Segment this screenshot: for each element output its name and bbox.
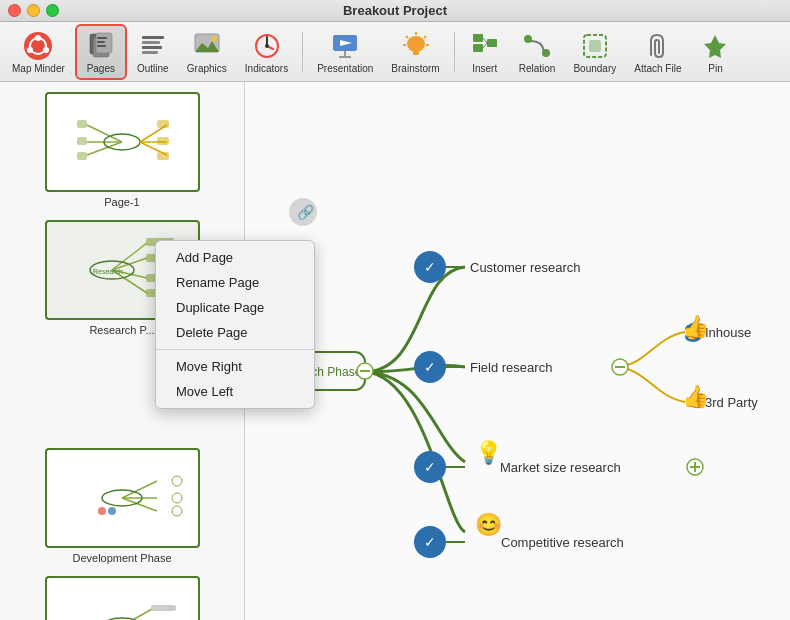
svg-rect-33 bbox=[473, 34, 483, 42]
sidebar-item-development[interactable]: Development Phase bbox=[10, 448, 234, 564]
svg-text:Inhouse: Inhouse bbox=[705, 325, 751, 340]
svg-rect-12 bbox=[142, 41, 160, 44]
svg-line-37 bbox=[483, 43, 487, 48]
svg-point-4 bbox=[27, 47, 33, 53]
outline-label: Outline bbox=[137, 63, 169, 74]
toolbar-item-outline[interactable]: Outline bbox=[129, 26, 177, 78]
svg-line-58 bbox=[112, 243, 147, 270]
canvas-area[interactable]: 🔗 Research Phase ✓ Customer res bbox=[245, 82, 790, 620]
toolbar: Map Minder Pages Outline bbox=[0, 22, 790, 82]
relation-icon: ▼ bbox=[521, 30, 553, 62]
boundary-label: Boundary bbox=[573, 63, 616, 74]
svg-text:▼: ▼ bbox=[551, 33, 552, 42]
toolbar-item-presentation[interactable]: Presentation bbox=[309, 26, 381, 78]
toolbar-item-relation[interactable]: ▼ Relation bbox=[511, 26, 564, 78]
context-menu-delete-page[interactable]: Delete Page bbox=[156, 320, 245, 345]
toolbar-item-boundary[interactable]: ▼ Boundary bbox=[565, 26, 624, 78]
svg-line-36 bbox=[483, 38, 487, 43]
svg-point-21 bbox=[265, 44, 269, 48]
svg-text:Competitive research: Competitive research bbox=[501, 535, 624, 550]
context-menu-add-page[interactable]: Add Page bbox=[156, 245, 245, 270]
toolbar-item-graphics[interactable]: Graphics bbox=[179, 26, 235, 78]
presentation-icon bbox=[329, 30, 361, 62]
insert-label: Insert bbox=[472, 63, 497, 74]
svg-text:Research: Research bbox=[93, 268, 123, 275]
svg-rect-52 bbox=[77, 120, 87, 128]
minimize-button[interactable] bbox=[27, 4, 40, 17]
title-bar: Breakout Project bbox=[0, 0, 790, 22]
toolbar-item-brainstorm[interactable]: Brainstorm bbox=[383, 26, 447, 78]
brainstorm-icon bbox=[400, 30, 432, 62]
svg-rect-14 bbox=[142, 51, 158, 54]
svg-text:Market size research: Market size research bbox=[500, 460, 621, 475]
graphics-icon bbox=[191, 30, 223, 62]
context-menu-duplicate-page[interactable]: Duplicate Page bbox=[156, 295, 245, 320]
svg-point-74 bbox=[172, 506, 182, 516]
toolbar-item-indicators[interactable]: Indicators bbox=[237, 26, 296, 78]
svg-point-72 bbox=[172, 476, 182, 486]
context-menu-rename-page[interactable]: Rename Page bbox=[156, 270, 245, 295]
map-minder-icon bbox=[22, 30, 54, 62]
svg-rect-43 bbox=[589, 40, 601, 52]
sidebar: Page-1 Research Research P... bbox=[0, 82, 245, 620]
svg-rect-10 bbox=[97, 45, 106, 47]
indicators-icon bbox=[251, 30, 283, 62]
maximize-button[interactable] bbox=[46, 4, 59, 17]
svg-point-2 bbox=[35, 35, 41, 41]
brainstorm-label: Brainstorm bbox=[391, 63, 439, 74]
traffic-lights bbox=[8, 4, 59, 17]
svg-point-76 bbox=[108, 507, 116, 515]
presentation-label: Presentation bbox=[317, 63, 373, 74]
page1-label: Page-1 bbox=[104, 196, 139, 208]
toolbar-item-pin[interactable]: Pin bbox=[691, 26, 739, 78]
svg-text:▼: ▼ bbox=[499, 31, 500, 40]
svg-point-73 bbox=[172, 493, 182, 503]
toolbar-item-pages[interactable]: Pages bbox=[75, 24, 127, 80]
svg-rect-27 bbox=[413, 51, 419, 55]
svg-point-75 bbox=[98, 507, 106, 515]
svg-line-70 bbox=[122, 498, 157, 511]
svg-text:💡: 💡 bbox=[475, 439, 503, 466]
pages-icon bbox=[85, 30, 117, 62]
attach-file-label: Attach File bbox=[634, 63, 681, 74]
page1-thumbnail bbox=[45, 92, 200, 192]
mindmap-svg: 🔗 Research Phase ✓ Customer res bbox=[245, 82, 790, 620]
svg-text:✓: ✓ bbox=[424, 359, 436, 375]
attach-file-icon bbox=[642, 30, 674, 62]
window-title: Breakout Project bbox=[343, 3, 447, 18]
svg-text:😊: 😊 bbox=[475, 511, 503, 538]
relation-label: Relation bbox=[519, 63, 556, 74]
context-menu-separator bbox=[156, 349, 245, 350]
pin-label: Pin bbox=[708, 63, 722, 74]
svg-rect-8 bbox=[97, 37, 107, 39]
pages-label: Pages bbox=[87, 63, 115, 74]
svg-rect-56 bbox=[157, 137, 169, 145]
development-thumbnail bbox=[45, 448, 200, 548]
main-area: Page-1 Research Research P... bbox=[0, 82, 790, 620]
svg-rect-55 bbox=[157, 120, 169, 128]
graphics-label: Graphics bbox=[187, 63, 227, 74]
svg-text:✓: ✓ bbox=[424, 459, 436, 475]
sidebar-item-reporting[interactable]: Reporting Status bbox=[10, 576, 234, 620]
indicators-label: Indicators bbox=[245, 63, 288, 74]
map-minder-label: Map Minder bbox=[12, 63, 65, 74]
development-label: Development Phase bbox=[72, 552, 171, 564]
pin-icon bbox=[699, 30, 731, 62]
boundary-icon: ▼ bbox=[579, 30, 611, 62]
svg-rect-13 bbox=[142, 46, 162, 49]
toolbar-item-map-minder[interactable]: Map Minder bbox=[4, 26, 73, 78]
sidebar-item-page1[interactable]: Page-1 bbox=[10, 92, 234, 208]
svg-rect-54 bbox=[77, 152, 87, 160]
svg-line-68 bbox=[122, 481, 157, 498]
svg-rect-34 bbox=[473, 44, 483, 52]
svg-rect-81 bbox=[151, 605, 176, 611]
svg-text:3rd Party: 3rd Party bbox=[705, 395, 758, 410]
svg-line-29 bbox=[406, 36, 408, 38]
context-menu-move-right[interactable]: Move Right bbox=[156, 354, 245, 379]
svg-line-30 bbox=[424, 36, 426, 38]
toolbar-item-insert[interactable]: ▼ Insert bbox=[461, 26, 509, 78]
close-button[interactable] bbox=[8, 4, 21, 17]
toolbar-item-attach-file[interactable]: Attach File bbox=[626, 26, 689, 78]
context-menu-move-left[interactable]: Move Left bbox=[156, 379, 245, 404]
separator-2 bbox=[454, 32, 455, 72]
